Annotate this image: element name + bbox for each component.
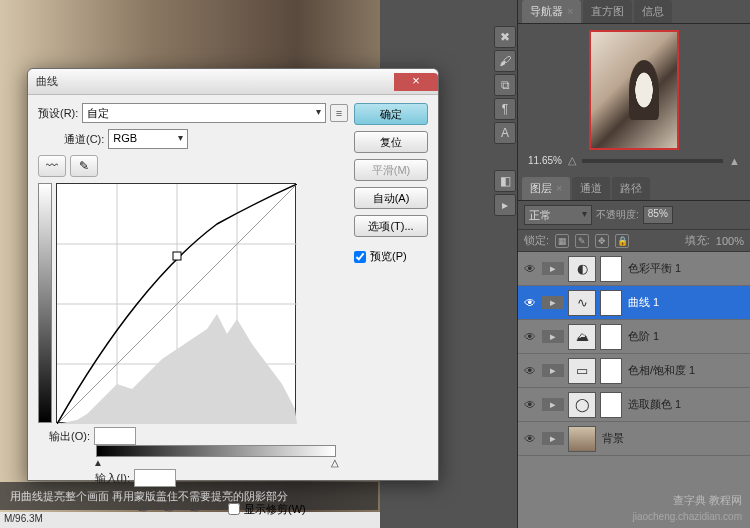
channel-label: 通道(C): (64, 132, 104, 147)
visibility-icon[interactable]: 👁 (522, 330, 538, 344)
visibility-icon[interactable]: 👁 (522, 262, 538, 276)
layer-name: 色阶 1 (628, 329, 659, 344)
input-label: 输入(I): (38, 471, 130, 486)
vertical-toolbar: ✖ 🖌 ⧉ ¶ A ◧ ▸ (494, 0, 518, 528)
right-panels: ✖ 🖌 ⧉ ¶ A ◧ ▸ 导航器× 直方图 信息 11.65% △ ▲ 图层×… (494, 0, 750, 528)
layer-expand-icon[interactable]: ▸ (542, 364, 564, 377)
navigator-tabs: 导航器× 直方图 信息 (518, 0, 750, 24)
layer-expand-icon[interactable]: ▸ (542, 262, 564, 275)
layer-expand-icon[interactable]: ▸ (542, 330, 564, 343)
clone-icon[interactable]: ⧉ (494, 74, 516, 96)
tab-channels[interactable]: 通道 (572, 177, 610, 200)
layer-name: 背景 (602, 431, 624, 446)
character-icon[interactable]: A (494, 122, 516, 144)
paragraph-icon[interactable]: ¶ (494, 98, 516, 120)
channel-combo[interactable]: RGB (108, 129, 188, 149)
adjustment-icon: ◯ (568, 392, 596, 418)
mask-thumbnail[interactable] (600, 358, 622, 384)
layers-tabs: 图层× 通道 路径 (518, 177, 750, 201)
layer-name: 色相/饱和度 1 (628, 363, 695, 378)
navigator-thumbnail[interactable] (589, 30, 679, 150)
curve-control-point[interactable] (173, 252, 181, 260)
adjustment-icon: ▭ (568, 358, 596, 384)
fill-label: 填充: (685, 233, 710, 248)
preset-label: 预设(R): (38, 106, 78, 121)
blend-mode-combo[interactable]: 正常 (524, 205, 592, 225)
layer-name: 选取颜色 1 (628, 397, 681, 412)
input-gradient[interactable] (96, 445, 336, 457)
layers-panel: 正常 不透明度: 85% 锁定: ▦ ✎ ✥ 🔒 填充: 100% 👁▸◐色彩平… (518, 201, 750, 528)
zoom-out-icon[interactable]: △ (568, 154, 576, 167)
layer-expand-icon[interactable]: ▸ (542, 398, 564, 411)
tool-icon[interactable]: ✖ (494, 26, 516, 48)
mask-thumbnail[interactable] (600, 256, 622, 282)
mask-thumbnail[interactable] (600, 324, 622, 350)
spacer (494, 146, 516, 168)
show-clipping-checkbox[interactable]: 显示修剪(W) (228, 502, 306, 517)
adjustment-icon: ∿ (568, 290, 596, 316)
preset-menu-icon[interactable]: ≡ (330, 104, 348, 122)
tab-histogram[interactable]: 直方图 (583, 0, 632, 23)
layer-collapse-icon[interactable]: ▸ (494, 194, 516, 216)
layer-row[interactable]: 👁▸◯选取颜色 1 (518, 388, 750, 422)
opacity-field[interactable]: 85% (643, 206, 673, 224)
visibility-icon[interactable]: 👁 (522, 432, 538, 446)
zoom-level[interactable]: 11.65% (528, 155, 562, 166)
options-button[interactable]: 选项(T)... (354, 215, 428, 237)
layer-row[interactable]: 👁▸▭色相/饱和度 1 (518, 354, 750, 388)
visibility-icon[interactable]: 👁 (522, 296, 538, 310)
swatch-icon[interactable]: ◧ (494, 170, 516, 192)
mask-thumbnail[interactable] (600, 392, 622, 418)
point-curve-tool[interactable]: 〰 (38, 155, 66, 177)
zoom-in-icon[interactable]: ▲ (729, 155, 740, 167)
pencil-curve-tool[interactable]: ✎ (70, 155, 98, 177)
output-gradient (38, 183, 52, 423)
lock-label: 锁定: (524, 233, 549, 248)
zoom-slider[interactable] (582, 159, 723, 163)
dialog-titlebar[interactable]: 曲线 × (28, 69, 438, 95)
layer-expand-icon[interactable]: ▸ (542, 432, 564, 445)
output-field[interactable] (94, 427, 136, 445)
opacity-label: 不透明度: (596, 208, 639, 222)
navigator-panel: 11.65% △ ▲ (518, 24, 750, 177)
tab-info[interactable]: 信息 (634, 0, 672, 23)
adjustment-icon (568, 426, 596, 452)
tab-layers[interactable]: 图层× (522, 177, 570, 200)
layer-row[interactable]: 👁▸⛰色阶 1 (518, 320, 750, 354)
dialog-title: 曲线 (36, 74, 58, 89)
reset-button[interactable]: 复位 (354, 131, 428, 153)
layer-name: 色彩平衡 1 (628, 261, 681, 276)
mask-thumbnail[interactable] (600, 290, 622, 316)
layer-row[interactable]: 👁▸背景 (518, 422, 750, 456)
curve-graph[interactable] (56, 183, 296, 423)
close-button[interactable]: × (394, 73, 438, 91)
fill-field[interactable]: 100% (716, 235, 744, 247)
tab-paths[interactable]: 路径 (612, 177, 650, 200)
smooth-button: 平滑(M) (354, 159, 428, 181)
black-point-eyedropper[interactable]: ✑ (138, 501, 150, 517)
watermark: 查字典 教程网 (673, 493, 742, 508)
curves-dialog: 曲线 × 预设(R): 自定 ≡ 通道(C): RGB 〰 ✎ (27, 68, 439, 481)
gray-point-eyedropper[interactable]: ✑ (164, 501, 176, 517)
visibility-icon[interactable]: 👁 (522, 398, 538, 412)
watermark-url: jiaocheng.chazidian.com (632, 511, 742, 522)
auto-button[interactable]: 自动(A) (354, 187, 428, 209)
lock-position-icon[interactable]: ✥ (595, 234, 609, 248)
ok-button[interactable]: 确定 (354, 103, 428, 125)
input-field[interactable] (134, 469, 176, 487)
white-point-eyedropper[interactable]: ✑ (190, 501, 202, 517)
tab-navigator[interactable]: 导航器× (522, 0, 581, 23)
preset-combo[interactable]: 自定 (82, 103, 326, 123)
preview-checkbox[interactable]: 预览(P) (354, 249, 428, 264)
layer-row[interactable]: 👁▸◐色彩平衡 1 (518, 252, 750, 286)
lock-all-icon[interactable]: 🔒 (615, 234, 629, 248)
layer-row[interactable]: 👁▸∿曲线 1 (518, 286, 750, 320)
lock-transparent-icon[interactable]: ▦ (555, 234, 569, 248)
layer-expand-icon[interactable]: ▸ (542, 296, 564, 309)
layer-name: 曲线 1 (628, 295, 659, 310)
lock-pixels-icon[interactable]: ✎ (575, 234, 589, 248)
adjustment-icon: ◐ (568, 256, 596, 282)
layer-list: 👁▸◐色彩平衡 1👁▸∿曲线 1👁▸⛰色阶 1👁▸▭色相/饱和度 1👁▸◯选取颜… (518, 252, 750, 528)
brush-icon[interactable]: 🖌 (494, 50, 516, 72)
visibility-icon[interactable]: 👁 (522, 364, 538, 378)
